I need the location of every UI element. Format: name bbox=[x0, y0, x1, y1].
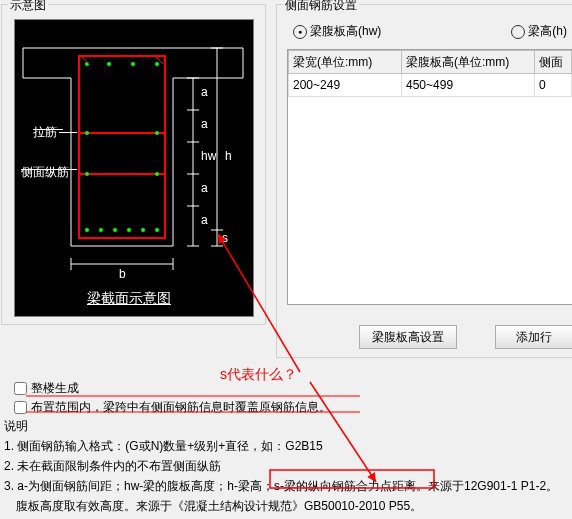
check-whole-input[interactable] bbox=[14, 382, 27, 395]
check-whole-label: 整楼生成 bbox=[31, 380, 79, 397]
svg-point-6 bbox=[155, 62, 159, 66]
group-title-siderebar: 侧面钢筋设置 bbox=[283, 0, 359, 14]
radio-h[interactable]: 梁高(h) bbox=[511, 23, 567, 40]
radio-dot-icon: ● bbox=[293, 25, 307, 39]
label-tie: 拉筋 bbox=[33, 124, 57, 141]
sym-a3: a bbox=[201, 181, 208, 195]
svg-point-4 bbox=[107, 62, 111, 66]
radio-h-label: 梁高(h) bbox=[528, 23, 567, 40]
group-title-diagram: 示意图 bbox=[8, 0, 48, 14]
check-range-override[interactable]: 布置范围内，梁跨中有侧面钢筋信息时覆盖原钢筋信息。 bbox=[14, 399, 331, 416]
svg-point-11 bbox=[141, 228, 145, 232]
sym-a4: a bbox=[201, 213, 208, 227]
annotation-question: s代表什么？ bbox=[220, 366, 297, 384]
sym-a1: a bbox=[201, 85, 208, 99]
col-beam-width[interactable]: 梁宽(单位:mm) bbox=[289, 51, 402, 74]
note-line-1: 1. 侧面钢筋输入格式：(G或N)数量+级别+直径，如：G2B15 bbox=[4, 436, 570, 456]
note-line-4: 腹板高度取有效高度。来源于《混凝土结构设计规范》GB50010-2010 P55… bbox=[4, 496, 570, 516]
cell-width[interactable]: 200~249 bbox=[289, 74, 402, 97]
beam-section-diagram: hw h a a a a s b 拉筋 侧面纵筋 梁截面示意图 bbox=[14, 19, 254, 317]
sym-b: b bbox=[119, 267, 126, 281]
btn-set-hw-label: 梁腹板高设置 bbox=[372, 329, 444, 346]
svg-point-5 bbox=[131, 62, 135, 66]
svg-point-7 bbox=[85, 228, 89, 232]
btn-add-row-label: 添加行 bbox=[516, 329, 552, 346]
svg-point-15 bbox=[85, 172, 89, 176]
radio-hw-label: 梁腹板高(hw) bbox=[310, 23, 381, 40]
sym-s: s bbox=[222, 231, 228, 245]
svg-point-10 bbox=[127, 228, 131, 232]
svg-point-12 bbox=[155, 228, 159, 232]
btn-set-hw[interactable]: 梁腹板高设置 bbox=[359, 325, 457, 349]
check-range-input[interactable] bbox=[14, 401, 27, 414]
note-line-2: 2. 未在截面限制条件内的不布置侧面纵筋 bbox=[4, 456, 570, 476]
sym-a2: a bbox=[201, 117, 208, 131]
col-web-height[interactable]: 梁腹板高(单位:mm) bbox=[402, 51, 535, 74]
cell-side[interactable]: 0 bbox=[535, 74, 572, 97]
svg-point-13 bbox=[85, 131, 89, 135]
table-row[interactable]: 200~249 450~499 0 bbox=[289, 74, 572, 97]
svg-line-17 bbox=[81, 56, 89, 64]
notes-title: 说明 bbox=[4, 416, 570, 436]
svg-point-9 bbox=[113, 228, 117, 232]
btn-add-row[interactable]: 添加行 bbox=[495, 325, 572, 349]
radio-hw[interactable]: ● 梁腹板高(hw) bbox=[293, 23, 381, 40]
svg-point-8 bbox=[99, 228, 103, 232]
sym-h: h bbox=[225, 149, 232, 163]
svg-point-14 bbox=[155, 131, 159, 135]
note-line-3: 3. a-为侧面钢筋间距；hw-梁的腹板高度；h-梁高；s-梁的纵向钢筋合力点距… bbox=[4, 476, 570, 496]
col-side[interactable]: 侧面 bbox=[535, 51, 572, 74]
svg-rect-0 bbox=[79, 56, 165, 238]
sym-hw: hw bbox=[201, 149, 217, 163]
label-side: 侧面纵筋 bbox=[21, 164, 69, 181]
cell-hw[interactable]: 450~499 bbox=[402, 74, 535, 97]
rebar-table[interactable]: 梁宽(单位:mm) 梁腹板高(单位:mm) 侧面 200~249 450~499… bbox=[287, 49, 572, 305]
svg-point-16 bbox=[155, 172, 159, 176]
check-range-label: 布置范围内，梁跨中有侧面钢筋信息时覆盖原钢筋信息。 bbox=[31, 399, 331, 416]
diagram-caption: 梁截面示意图 bbox=[87, 290, 171, 308]
